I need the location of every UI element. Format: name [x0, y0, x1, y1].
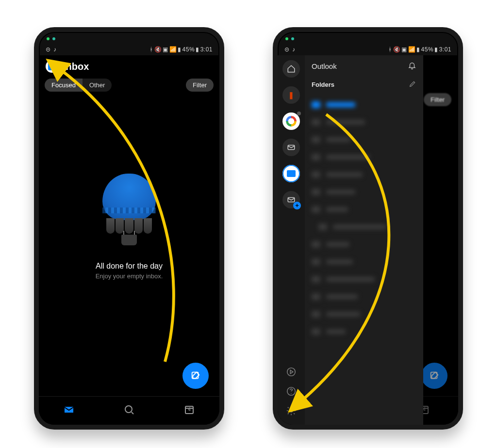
tab-other[interactable]: Other [83, 79, 112, 92]
play-circle-icon [286, 367, 297, 377]
svg-point-9 [291, 393, 291, 394]
rail-outlook-account-selected[interactable] [282, 165, 300, 182]
battery-text: 45% [182, 46, 195, 53]
home-icon [287, 64, 296, 73]
folders-label: Folders [312, 81, 334, 88]
signal-icon: ▮ [416, 46, 420, 53]
folder-item[interactable] [312, 218, 416, 236]
data-icon: ▣ [163, 46, 168, 53]
inbox-tab-switch: Focused Other [45, 79, 112, 92]
account-avatar-button[interactable] [46, 60, 58, 73]
bluetooth-icon: ᚼ [149, 46, 153, 53]
clock-text: 3:01 [200, 46, 213, 53]
folder-item[interactable] [312, 305, 416, 323]
wifi-icon: 📶 [408, 46, 416, 53]
folder-item[interactable] [312, 183, 416, 201]
folder-item[interactable] [312, 166, 416, 183]
battery-icon: ▮ [434, 46, 438, 53]
svg-point-10 [290, 409, 293, 412]
rail-settings[interactable] [286, 405, 297, 418]
rail-google-account[interactable] [282, 112, 300, 130]
folder-item[interactable] [312, 323, 416, 340]
nav-mail[interactable] [63, 404, 75, 417]
gear-icon [286, 405, 297, 416]
search-icon [123, 404, 135, 416]
bottom-nav: 4 [39, 396, 219, 425]
empty-title: All done for the day [96, 262, 163, 271]
empty-subtitle: Enjoy your empty inbox. [96, 272, 163, 280]
bell-icon [408, 61, 416, 70]
calendar-day: 4 [183, 407, 195, 412]
folder-list [312, 96, 416, 340]
folder-item[interactable] [312, 113, 416, 131]
notifications-button[interactable] [408, 61, 416, 71]
office-icon: ❚ [288, 91, 294, 99]
status-bar: ⊝ ♪ ᚼ 🔇 ▣ 📶 ▮ 45% ▮ 3:01 [278, 44, 458, 55]
drawer-title: Outlook [312, 62, 337, 70]
mute-icon: 🔇 [393, 46, 401, 53]
folder-item[interactable] [312, 253, 416, 271]
phone-camera-bar [39, 32, 219, 44]
folder-item[interactable] [312, 201, 416, 218]
rail-add-account[interactable]: + [282, 191, 300, 208]
status-bar: ⊝ ♪ ᚼ 🔇 ▣ 📶 ▮ 45% ▮ 3:01 [39, 44, 219, 55]
compose-fab[interactable] [182, 363, 209, 389]
phone-camera-bar [278, 32, 458, 44]
filter-button[interactable]: Filter [186, 79, 214, 92]
filter-button-bg: Filter [424, 93, 451, 106]
rail-office[interactable]: ❚ [282, 86, 300, 104]
page-title: Inbox [63, 61, 89, 72]
rail-help[interactable] [286, 386, 297, 399]
data-icon: ▣ [401, 46, 407, 53]
svg-point-7 [287, 368, 296, 376]
edit-folders-button[interactable] [409, 80, 416, 89]
clock-text: 3:01 [439, 46, 451, 53]
compose-fab-bg [421, 363, 447, 389]
dnd-icon: ⊝ [284, 46, 289, 53]
nav-drawer: ❚ + [278, 55, 423, 425]
mail-icon [63, 404, 75, 416]
rail-home[interactable] [282, 60, 300, 78]
drawer-content: Outlook Folders [305, 55, 423, 425]
help-icon [286, 386, 297, 397]
music-icon: ♪ [292, 46, 295, 53]
nav-calendar[interactable]: 4 [183, 404, 195, 417]
nav-search[interactable] [123, 404, 135, 417]
folder-item[interactable] [312, 131, 416, 148]
signal-icon: ▮ [178, 46, 182, 53]
outlook-icon [287, 170, 296, 177]
plus-icon: + [293, 202, 301, 209]
compose-icon [190, 370, 201, 381]
battery-text: 45% [421, 46, 434, 53]
wifi-icon: 📶 [169, 46, 177, 53]
pencil-icon [409, 80, 416, 88]
mail-icon [287, 143, 296, 152]
folder-item[interactable] [312, 271, 416, 288]
bluetooth-icon: ᚼ [388, 46, 392, 53]
compose-icon [429, 370, 440, 381]
phone-left: ⊝ ♪ ᚼ 🔇 ▣ 📶 ▮ 45% ▮ 3:01 Inbox [34, 27, 224, 430]
empty-state: All done for the day Enjoy your empty in… [39, 174, 219, 280]
account-rail: ❚ + [278, 55, 305, 425]
google-icon [286, 116, 297, 127]
folder-item[interactable] [312, 148, 416, 166]
svg-point-1 [125, 406, 132, 413]
folder-item[interactable] [312, 288, 416, 305]
phone-right: ⊝ ♪ ᚼ 🔇 ▣ 📶 ▮ 45% ▮ 3:01 Filter [273, 27, 463, 430]
balloon-illustration [100, 174, 158, 251]
mute-icon: 🔇 [154, 46, 162, 53]
folder-item-selected[interactable] [312, 96, 416, 113]
rail-play[interactable] [286, 367, 297, 379]
dnd-icon: ⊝ [46, 46, 50, 53]
battery-icon: ▮ [196, 46, 199, 53]
tab-focused[interactable]: Focused [45, 79, 83, 92]
folder-item[interactable] [312, 236, 416, 253]
rail-mail-account[interactable] [282, 139, 300, 156]
music-icon: ♪ [53, 46, 56, 53]
